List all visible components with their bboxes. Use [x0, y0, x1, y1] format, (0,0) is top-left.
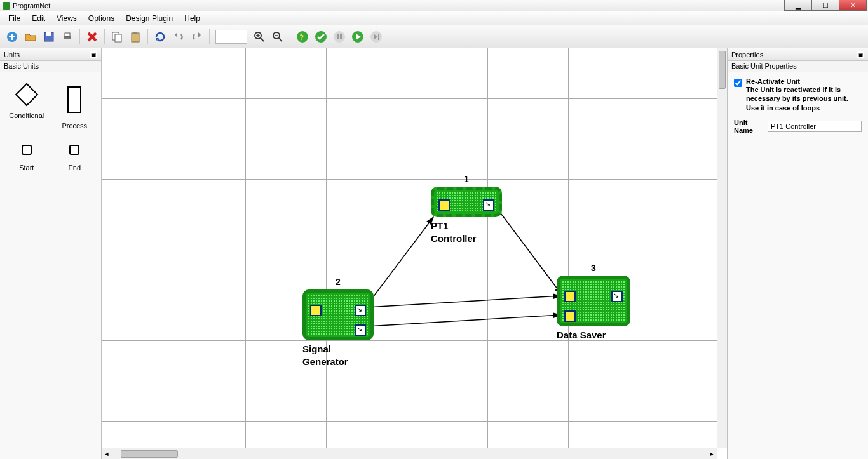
pause-button[interactable]	[331, 29, 348, 45]
port[interactable]	[438, 199, 450, 211]
svg-rect-4	[65, 33, 70, 36]
scroll-thumb[interactable]	[121, 450, 178, 458]
window-controls: ▁ ☐ ✕	[785, 0, 867, 11]
port[interactable]	[355, 324, 366, 336]
unit-label: Conditional	[9, 112, 44, 119]
unit-end[interactable]: End	[53, 145, 97, 171]
scroll-right-button[interactable]: ►	[707, 449, 717, 459]
svg-rect-6	[115, 34, 121, 42]
reactivate-checkbox[interactable]	[734, 79, 742, 87]
menu-views[interactable]: Views	[51, 13, 83, 24]
save-button[interactable]	[41, 29, 57, 45]
units-panel-header: Units ▣	[0, 48, 101, 61]
unit-label: Process	[62, 122, 87, 130]
node-data[interactable]: 3Data Saver	[557, 276, 630, 326]
port[interactable]	[483, 199, 494, 211]
reactivate-property: Re-Activate Unit The Unit is reactivated…	[734, 77, 862, 112]
toolbar-separator	[290, 29, 290, 44]
menu-options[interactable]: Options	[83, 13, 120, 24]
end-icon	[69, 145, 79, 155]
zoom-out-button[interactable]	[269, 29, 286, 45]
node-label: Data Saver	[557, 329, 606, 342]
properties-panel: Properties ▣ Basic Unit Properties Re-Ac…	[727, 48, 868, 459]
zoom-in-button[interactable]	[251, 29, 268, 45]
reactivate-description: The Unit is reactivated if it is necessa…	[746, 85, 862, 112]
refresh-button[interactable]	[152, 29, 168, 45]
svg-rect-8	[133, 32, 137, 34]
menu-design-plugin[interactable]: Design Plugin	[120, 13, 179, 24]
toolbar-separator	[79, 29, 80, 44]
unit-palette: Conditional Process Start End	[0, 72, 101, 185]
toolbar-separator	[147, 29, 148, 44]
scroll-thumb[interactable]	[719, 51, 726, 89]
run-button[interactable]	[294, 29, 311, 45]
scroll-track[interactable]	[112, 450, 707, 458]
maximize-button[interactable]: ☐	[811, 0, 839, 11]
node-number: 1	[431, 174, 502, 184]
unit-label: Start	[19, 164, 34, 171]
window-title: ProgramNet	[13, 2, 50, 10]
menubar: File Edit Views Options Design Plugin He…	[0, 11, 868, 25]
port[interactable]	[564, 310, 576, 322]
node-number: 2	[302, 277, 374, 287]
node-number: 3	[557, 263, 630, 273]
port[interactable]	[310, 305, 322, 316]
copy-button[interactable]	[109, 29, 125, 45]
menu-edit[interactable]: Edit	[26, 13, 51, 24]
properties-panel-title: Properties	[731, 51, 763, 58]
properties-panel-header: Properties ▣	[728, 48, 868, 61]
unit-process[interactable]: Process	[53, 86, 97, 130]
undock-icon[interactable]: ▣	[857, 51, 864, 58]
paste-button[interactable]	[127, 29, 144, 45]
unit-name-input[interactable]	[768, 121, 862, 132]
properties-panel-subtitle: Basic Unit Properties	[728, 61, 868, 72]
design-canvas[interactable]: 1PT1 Controller2Signal Generator3Data Sa…	[102, 48, 727, 459]
search-input[interactable]	[215, 30, 247, 44]
process-icon	[67, 86, 81, 113]
properties-body: Re-Activate Unit The Unit is reactivated…	[728, 72, 868, 139]
unit-conditional[interactable]: Conditional	[5, 86, 48, 130]
svg-rect-15	[340, 34, 342, 39]
new-button[interactable]	[4, 29, 20, 45]
canvas-grid	[102, 48, 727, 459]
step-button[interactable]	[368, 29, 384, 45]
unit-name-property: Unit Name	[734, 119, 862, 134]
open-button[interactable]	[22, 29, 39, 45]
node-pt1[interactable]: 1PT1 Controller	[431, 187, 502, 217]
node-sig[interactable]: 2Signal Generator	[302, 289, 374, 340]
unit-name-label: Unit Name	[734, 119, 763, 134]
close-button[interactable]: ✕	[839, 0, 867, 11]
vertical-scrollbar[interactable]	[717, 48, 727, 448]
toolbar	[0, 25, 868, 48]
port[interactable]	[611, 291, 623, 302]
minimize-button[interactable]: ▁	[784, 0, 812, 11]
redo-button[interactable]	[189, 29, 205, 45]
svg-rect-2	[46, 32, 51, 36]
undock-icon[interactable]: ▣	[90, 51, 97, 58]
svg-rect-18	[378, 34, 379, 40]
toolbar-separator	[104, 29, 105, 44]
print-button[interactable]	[59, 29, 76, 45]
check-button[interactable]	[313, 29, 329, 45]
horizontal-scrollbar[interactable]: ◄ ►	[102, 448, 717, 459]
unit-start[interactable]: Start	[5, 145, 48, 171]
port[interactable]	[355, 305, 366, 316]
scroll-left-button[interactable]: ◄	[102, 449, 112, 459]
app-icon	[3, 2, 10, 10]
play-button[interactable]	[349, 29, 366, 45]
unit-label: End	[68, 164, 81, 171]
units-panel: Units ▣ Basic Units Conditional Process …	[0, 48, 102, 459]
start-icon	[22, 145, 32, 155]
menu-file[interactable]: File	[3, 13, 26, 24]
menu-help[interactable]: Help	[179, 13, 206, 24]
reactivate-title: Re-Activate Unit	[746, 77, 862, 85]
svg-rect-14	[337, 34, 339, 39]
units-panel-title: Units	[4, 51, 20, 58]
canvas-area: 1PT1 Controller2Signal Generator3Data Sa…	[102, 48, 727, 459]
node-label: PT1 Controller	[431, 220, 477, 244]
undo-button[interactable]	[170, 29, 187, 45]
conditional-icon	[15, 83, 38, 107]
delete-button[interactable]	[84, 29, 100, 45]
main: Units ▣ Basic Units Conditional Process …	[0, 48, 868, 459]
port[interactable]	[564, 291, 576, 302]
